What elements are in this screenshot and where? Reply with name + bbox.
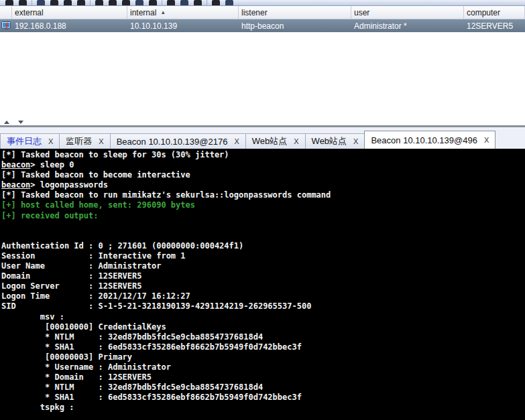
downloads-icon[interactable] xyxy=(109,0,117,6)
console-line: * NTLM : 32ed87bdb5fdc5e9cba88547376818d… xyxy=(1,332,525,342)
console-line: beacon> logonpasswords xyxy=(1,180,525,190)
disconnect-icon[interactable] xyxy=(19,0,27,6)
reporting-icon[interactable] xyxy=(194,0,202,6)
cell-listener: http-beacon xyxy=(239,21,351,31)
beacon-session-icon xyxy=(0,21,12,30)
sessions-table-header: external internal ▲ listener user comput… xyxy=(0,6,525,19)
header-internal[interactable]: internal ▲ xyxy=(127,6,239,19)
console-line: [+] received output: xyxy=(1,211,525,221)
tab-label: Web站点 xyxy=(252,135,288,147)
console-line: [*] Tasked beacon to run mimikatz's seku… xyxy=(1,190,525,200)
new-connection-icon[interactable] xyxy=(5,0,13,6)
console-line: beacon> sleep 0 xyxy=(1,160,525,170)
table-row[interactable]: 192.168.0.18810.10.10.139http-beaconAdmi… xyxy=(0,19,525,32)
tab-label: Beacon 10.10.10.139@496 xyxy=(371,135,477,145)
credentials-icon[interactable] xyxy=(95,0,103,6)
tab-close-button[interactable]: X xyxy=(234,137,239,145)
console-line: User Name : Administrator xyxy=(1,261,525,271)
console-line: [00010000] CredentialKeys xyxy=(1,322,525,332)
console-line: Session : Interactive from 1 xyxy=(1,251,525,261)
keystrokes-icon[interactable] xyxy=(122,0,130,6)
toolbar-separator xyxy=(32,0,32,5)
tab-close-button[interactable]: X xyxy=(294,137,298,145)
toolbar-separator xyxy=(207,0,207,5)
header-user[interactable]: user xyxy=(351,6,464,19)
beacon-console[interactable]: [*] Tasked beacon to sleep for 30s (30% … xyxy=(0,149,525,420)
header-listener[interactable]: listener xyxy=(239,6,351,19)
header-external[interactable]: external xyxy=(12,6,127,19)
console-line: [*] Tasked beacon to sleep for 30s (30% … xyxy=(1,150,525,160)
console-line: * SHA1 : 6ed5833cf35286ebf8662b7b5949f0d… xyxy=(1,342,525,352)
screenshots-icon[interactable] xyxy=(135,0,143,6)
header-icon-column xyxy=(0,6,12,19)
splitter-collapse-down-icon[interactable] xyxy=(18,121,23,124)
tab-close-button[interactable]: X xyxy=(353,137,358,145)
proxy-pivots-icon[interactable] xyxy=(149,0,157,6)
console-line xyxy=(1,231,525,241)
cell-external: 192.168.0.188 xyxy=(12,21,127,31)
sessions-table: external internal ▲ listener user comput… xyxy=(0,6,525,125)
header-computer[interactable]: computer xyxy=(464,6,525,19)
console-line: Authentication Id : 0 ; 271601 (00000000… xyxy=(1,241,525,251)
tab-Web站点[interactable]: Web站点X xyxy=(305,133,365,149)
sessions-table-icon[interactable] xyxy=(64,0,72,6)
toolbar-separator xyxy=(162,0,162,5)
tab-label: Web站点 xyxy=(312,135,347,147)
header-internal-label: internal xyxy=(130,8,156,17)
console-line: [+] host called home, sent: 296090 bytes xyxy=(1,200,525,210)
cell-user: Administrator * xyxy=(351,21,464,31)
console-line: [*] Tasked beacon to become interactive xyxy=(1,170,525,180)
sort-ascending-icon: ▲ xyxy=(160,9,166,15)
console-line: tspkg : xyxy=(1,403,525,413)
targets-view-icon[interactable] xyxy=(77,0,85,6)
cobalt-strike-window: external internal ▲ listener user comput… xyxy=(0,0,525,420)
tab-close-button[interactable]: X xyxy=(484,136,489,144)
tab-Beacon 10.10.10.139@496[interactable]: Beacon 10.10.10.139@496X xyxy=(364,131,495,149)
cell-internal: 10.10.10.139 xyxy=(127,21,239,31)
tab-strip: 事件日志X监听器XBeacon 10.10.10.139@2176XWeb站点X… xyxy=(0,127,525,149)
tab-Beacon 10.10.10.139@2176[interactable]: Beacon 10.10.10.139@2176X xyxy=(110,133,246,149)
tab-label: Beacon 10.10.10.139@2176 xyxy=(117,137,228,147)
tab-close-button[interactable]: X xyxy=(48,137,53,145)
hosted-sites-icon[interactable] xyxy=(180,0,188,6)
web-log-icon[interactable] xyxy=(167,0,175,6)
toolbar-separator xyxy=(90,0,91,5)
console-line: msv : xyxy=(1,312,525,322)
main-toolbar xyxy=(0,0,525,6)
tab-事件日志[interactable]: 事件日志X xyxy=(0,133,60,149)
console-line: [00000003] Primary xyxy=(1,352,525,362)
console-line xyxy=(1,221,525,231)
splitter-collapse-up-icon[interactable] xyxy=(4,121,9,124)
console-line: * NTLM : 32ed87bdb5fdc5e9cba88547376818d… xyxy=(1,382,525,393)
tab-label: 事件日志 xyxy=(7,135,42,147)
sessions-graph-icon[interactable] xyxy=(50,0,58,6)
tab-close-button[interactable]: X xyxy=(99,137,103,145)
console-line: * SHA1 : 6ed5833cf35286ebf8662b7b5949f0d… xyxy=(1,393,525,403)
about-icon[interactable] xyxy=(225,0,233,6)
console-line: Logon Server : 12SERVER5 xyxy=(1,281,525,291)
console-line: SID : S-1-5-21-3218190139-4291124219-262… xyxy=(1,301,525,311)
console-line: Logon Time : 2021/12/17 16:12:27 xyxy=(1,291,525,301)
help-icon[interactable] xyxy=(212,0,220,6)
console-line: Domain : 12SERVER5 xyxy=(1,271,525,281)
cell-computer: 12SERVER5 xyxy=(464,21,525,31)
console-line: * Domain : 12SERVER5 xyxy=(1,372,525,382)
tab-监听器[interactable]: 监听器X xyxy=(59,133,110,149)
sessions-table-body: 192.168.0.18810.10.10.139http-beaconAdmi… xyxy=(0,19,525,32)
tab-Web站点[interactable]: Web站点X xyxy=(245,133,306,149)
tab-label: 监听器 xyxy=(66,135,92,147)
listeners-icon[interactable] xyxy=(37,0,45,6)
console-line: * Username : Administrator xyxy=(1,362,525,372)
